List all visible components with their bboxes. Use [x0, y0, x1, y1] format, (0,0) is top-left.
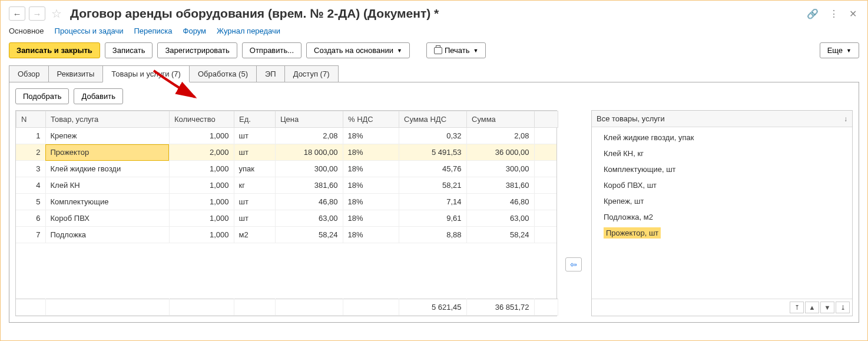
- cell-unit[interactable]: шт: [234, 194, 275, 210]
- cell-price[interactable]: 300,00: [275, 161, 343, 177]
- move-down-button[interactable]: ▼: [820, 302, 834, 313]
- table-row[interactable]: 3Клей жидкие гвозди1,000упак300,0018%45,…: [16, 161, 556, 177]
- cell-unit[interactable]: упак: [234, 161, 275, 177]
- cell-sum[interactable]: 381,60: [466, 177, 534, 194]
- close-icon[interactable]: ✕: [847, 7, 859, 21]
- table-row[interactable]: 7Подложка1,000м258,2418%8,8858,24: [16, 227, 556, 243]
- table-row[interactable]: 5Комплектующие1,000шт46,8018%7,1446,80: [16, 194, 556, 210]
- col-name[interactable]: Товар, услуга: [46, 111, 170, 128]
- cell-name[interactable]: Клей жидкие гвозди: [45, 161, 169, 177]
- col-qty[interactable]: Количество: [170, 111, 234, 128]
- cell-vat-sum[interactable]: 5 491,53: [399, 144, 466, 161]
- cell-unit[interactable]: кг: [234, 177, 275, 194]
- move-up-button[interactable]: ▲: [805, 302, 819, 313]
- tab-processes[interactable]: Процессы и задачи: [55, 27, 124, 35]
- cell-vat-pct[interactable]: 18%: [343, 194, 399, 210]
- cell-n[interactable]: 3: [16, 161, 45, 177]
- nav-forward-button[interactable]: →: [29, 6, 45, 21]
- cell-n[interactable]: 2: [16, 144, 45, 161]
- cell-sum[interactable]: 46,80: [466, 194, 534, 210]
- cell-n[interactable]: 5: [16, 194, 45, 210]
- cell-qty[interactable]: 1,000: [169, 210, 234, 227]
- table-row[interactable]: 2Прожектор2,000шт18 000,0018%5 491,5336 …: [16, 144, 556, 161]
- cell-sum[interactable]: 36 000,00: [466, 144, 534, 161]
- save-close-button[interactable]: Записать и закрыть: [9, 42, 100, 58]
- cell-name[interactable]: Короб ПВХ: [45, 210, 169, 227]
- cell-vat-pct[interactable]: 18%: [343, 227, 399, 243]
- cell-vat-pct[interactable]: 18%: [343, 144, 399, 161]
- tab-correspondence[interactable]: Переписка: [134, 27, 173, 35]
- cell-unit[interactable]: шт: [234, 210, 275, 227]
- more-menu-icon[interactable]: ⋮: [827, 7, 841, 21]
- cell-name[interactable]: Прожектор: [45, 144, 169, 161]
- cell-qty[interactable]: 1,000: [169, 227, 234, 243]
- tab-transfer-log[interactable]: Журнал передачи: [217, 27, 280, 35]
- sort-indicator-icon[interactable]: ↓: [844, 115, 847, 123]
- cell-n[interactable]: 1: [16, 128, 45, 144]
- tab-overview[interactable]: Обзор: [9, 65, 49, 82]
- cell-vat-pct[interactable]: 18%: [343, 177, 399, 194]
- pick-button[interactable]: Подобрать: [15, 88, 69, 104]
- list-item[interactable]: Клей жидкие гвозди, упак: [592, 130, 852, 145]
- cell-vat-pct[interactable]: 18%: [343, 161, 399, 177]
- cell-price[interactable]: 381,60: [275, 177, 343, 194]
- create-based-button[interactable]: Создать на основании▼: [306, 42, 410, 58]
- move-top-button[interactable]: ⤒: [790, 302, 804, 313]
- cell-vat-sum[interactable]: 8,88: [399, 227, 466, 243]
- cell-vat-pct[interactable]: 18%: [343, 210, 399, 227]
- table-row[interactable]: 4Клей КН1,000кг381,6018%58,21381,60: [16, 177, 556, 194]
- col-vat-sum[interactable]: Сумма НДС: [399, 111, 467, 128]
- cell-unit[interactable]: м2: [234, 227, 275, 243]
- cell-unit[interactable]: шт: [234, 128, 275, 144]
- list-item[interactable]: Короб ПВХ, шт: [592, 177, 852, 193]
- cell-vat-pct[interactable]: 18%: [343, 128, 399, 144]
- tab-forum[interactable]: Форум: [183, 27, 207, 35]
- list-item[interactable]: Прожектор, шт: [604, 227, 661, 239]
- send-button[interactable]: Отправить...: [242, 42, 302, 58]
- move-left-button[interactable]: ⇦: [565, 257, 582, 272]
- tab-goods[interactable]: Товары и услуги (7): [102, 65, 190, 82]
- cell-name[interactable]: Подложка: [45, 227, 169, 243]
- cell-sum[interactable]: 2,08: [466, 128, 534, 144]
- cell-sum[interactable]: 63,00: [466, 210, 534, 227]
- tab-processing[interactable]: Обработка (5): [189, 65, 257, 82]
- col-n[interactable]: N: [16, 111, 46, 128]
- list-item[interactable]: Крепеж, шт: [592, 193, 852, 209]
- tab-requisites[interactable]: Реквизиты: [48, 65, 104, 82]
- cell-vat-sum[interactable]: 58,21: [399, 177, 466, 194]
- cell-price[interactable]: 2,08: [275, 128, 343, 144]
- cell-n[interactable]: 6: [16, 210, 45, 227]
- col-unit[interactable]: Ед.: [234, 111, 276, 128]
- cell-price[interactable]: 63,00: [275, 210, 343, 227]
- cell-vat-sum[interactable]: 0,32: [399, 128, 466, 144]
- cell-qty[interactable]: 1,000: [169, 194, 234, 210]
- save-button[interactable]: Записать: [105, 42, 153, 58]
- cell-price[interactable]: 46,80: [275, 194, 343, 210]
- cell-price[interactable]: 58,24: [275, 227, 343, 243]
- table-row[interactable]: 1Крепеж1,000шт2,0818%0,322,08: [16, 128, 556, 144]
- cell-sum[interactable]: 58,24: [466, 227, 534, 243]
- cell-vat-sum[interactable]: 9,61: [399, 210, 466, 227]
- cell-n[interactable]: 4: [16, 177, 45, 194]
- register-button[interactable]: Зарегистрировать: [157, 42, 237, 58]
- cell-name[interactable]: Крепеж: [45, 128, 169, 144]
- col-vat-pct[interactable]: % НДС: [343, 111, 399, 128]
- tab-ep[interactable]: ЭП: [256, 65, 285, 82]
- list-item[interactable]: Комплектующие, шт: [592, 161, 852, 177]
- nav-back-button[interactable]: ←: [9, 6, 25, 21]
- add-button[interactable]: Добавить: [74, 88, 122, 104]
- cell-name[interactable]: Клей КН: [45, 177, 169, 194]
- table-row[interactable]: 6Короб ПВХ1,000шт63,0018%9,6163,00: [16, 210, 556, 227]
- link-icon[interactable]: 🔗: [804, 7, 821, 21]
- col-sum[interactable]: Сумма: [467, 111, 535, 128]
- cell-qty[interactable]: 1,000: [169, 177, 234, 194]
- cell-vat-sum[interactable]: 7,14: [399, 194, 466, 210]
- cell-n[interactable]: 7: [16, 227, 45, 243]
- favorite-star-icon[interactable]: ☆: [51, 6, 62, 21]
- col-price[interactable]: Цена: [276, 111, 343, 128]
- cell-unit[interactable]: шт: [234, 144, 275, 161]
- cell-qty[interactable]: 2,000: [169, 144, 234, 161]
- cell-qty[interactable]: 1,000: [169, 161, 234, 177]
- cell-vat-sum[interactable]: 45,76: [399, 161, 466, 177]
- cell-name[interactable]: Комплектующие: [45, 194, 169, 210]
